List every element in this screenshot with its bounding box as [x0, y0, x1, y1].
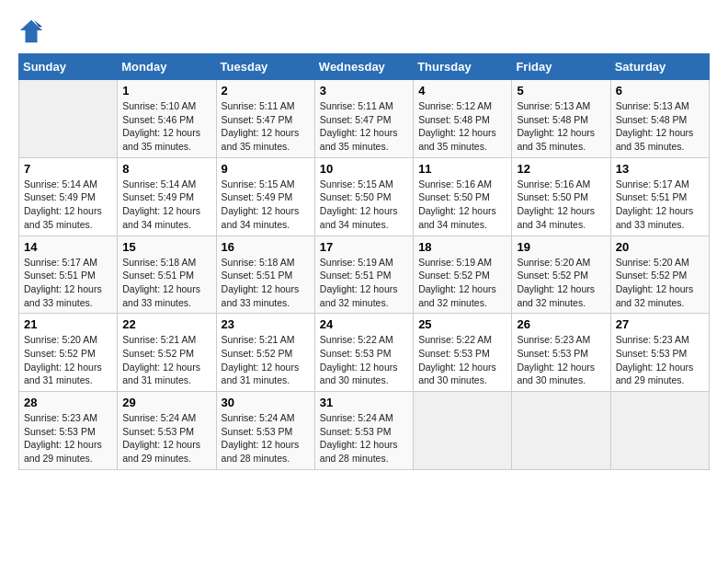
day-number: 18 — [418, 240, 506, 254]
day-number: 2 — [222, 84, 310, 98]
day-number: 27 — [616, 317, 704, 331]
calendar-cell: 2 Sunrise: 5:11 AMSunset: 5:47 PMDayligh… — [216, 80, 314, 158]
day-number: 24 — [320, 317, 408, 331]
day-info: Sunrise: 5:24 AMSunset: 5:53 PMDaylight:… — [320, 412, 398, 464]
day-number: 9 — [222, 162, 310, 176]
calendar-cell: 29 Sunrise: 5:24 AMSunset: 5:53 PMDaylig… — [118, 392, 216, 470]
day-number: 10 — [320, 162, 408, 176]
calendar-cell — [610, 392, 709, 470]
header-thursday: Thursday — [414, 54, 512, 80]
calendar-week-row: 21 Sunrise: 5:20 AMSunset: 5:52 PMDaylig… — [19, 314, 710, 392]
calendar-cell: 23 Sunrise: 5:21 AMSunset: 5:52 PMDaylig… — [216, 314, 314, 392]
day-info: Sunrise: 5:22 AMSunset: 5:53 PMDaylight:… — [418, 334, 496, 385]
calendar-cell: 25 Sunrise: 5:22 AMSunset: 5:53 PMDaylig… — [414, 314, 512, 392]
day-number: 12 — [517, 162, 605, 176]
day-info: Sunrise: 5:16 AMSunset: 5:50 PMDaylight:… — [418, 178, 496, 230]
day-info: Sunrise: 5:15 AMSunset: 5:50 PMDaylight:… — [320, 178, 398, 230]
day-number: 30 — [222, 396, 310, 409]
calendar-cell: 4 Sunrise: 5:12 AMSunset: 5:48 PMDayligh… — [414, 80, 512, 158]
day-number: 19 — [517, 240, 605, 254]
calendar-week-row: 14 Sunrise: 5:17 AMSunset: 5:51 PMDaylig… — [19, 236, 710, 314]
header-friday: Friday — [512, 54, 610, 80]
day-number: 25 — [418, 317, 506, 331]
calendar-cell: 10 Sunrise: 5:15 AMSunset: 5:50 PMDaylig… — [314, 157, 413, 236]
calendar-cell: 19 Sunrise: 5:20 AMSunset: 5:52 PMDaylig… — [512, 236, 610, 314]
day-number: 20 — [616, 240, 704, 254]
day-info: Sunrise: 5:20 AMSunset: 5:52 PMDaylight:… — [24, 334, 102, 385]
header-saturday: Saturday — [610, 54, 709, 80]
calendar-cell: 16 Sunrise: 5:18 AMSunset: 5:51 PMDaylig… — [216, 236, 314, 314]
day-number: 3 — [320, 84, 408, 98]
calendar-cell: 20 Sunrise: 5:20 AMSunset: 5:52 PMDaylig… — [610, 236, 709, 314]
day-info: Sunrise: 5:18 AMSunset: 5:51 PMDaylight:… — [222, 257, 300, 308]
day-number: 14 — [24, 240, 112, 254]
day-info: Sunrise: 5:17 AMSunset: 5:51 PMDaylight:… — [616, 178, 694, 230]
calendar-cell: 12 Sunrise: 5:16 AMSunset: 5:50 PMDaylig… — [512, 157, 610, 236]
calendar-cell: 31 Sunrise: 5:24 AMSunset: 5:53 PMDaylig… — [314, 392, 413, 470]
calendar-week-row: 1 Sunrise: 5:10 AMSunset: 5:46 PMDayligh… — [19, 80, 710, 158]
day-number: 4 — [418, 84, 506, 98]
day-number: 17 — [320, 240, 408, 254]
day-info: Sunrise: 5:14 AMSunset: 5:49 PMDaylight:… — [122, 178, 200, 230]
day-number: 1 — [122, 84, 210, 98]
calendar-cell: 28 Sunrise: 5:23 AMSunset: 5:53 PMDaylig… — [19, 392, 118, 470]
day-number: 22 — [122, 317, 210, 331]
day-info: Sunrise: 5:21 AMSunset: 5:52 PMDaylight:… — [122, 334, 200, 385]
calendar-cell: 7 Sunrise: 5:14 AMSunset: 5:49 PMDayligh… — [19, 157, 118, 236]
day-info: Sunrise: 5:15 AMSunset: 5:49 PMDaylight:… — [222, 178, 300, 230]
calendar-cell: 22 Sunrise: 5:21 AMSunset: 5:52 PMDaylig… — [118, 314, 216, 392]
header-tuesday: Tuesday — [216, 54, 314, 80]
day-info: Sunrise: 5:17 AMSunset: 5:51 PMDaylight:… — [24, 257, 102, 308]
calendar-cell: 14 Sunrise: 5:17 AMSunset: 5:51 PMDaylig… — [19, 236, 118, 314]
day-info: Sunrise: 5:19 AMSunset: 5:52 PMDaylight:… — [418, 257, 496, 308]
logo — [18, 18, 48, 44]
day-info: Sunrise: 5:23 AMSunset: 5:53 PMDaylight:… — [24, 412, 102, 464]
day-number: 13 — [616, 162, 704, 176]
calendar-cell: 24 Sunrise: 5:22 AMSunset: 5:53 PMDaylig… — [314, 314, 413, 392]
calendar-cell: 17 Sunrise: 5:19 AMSunset: 5:51 PMDaylig… — [314, 236, 413, 314]
day-info: Sunrise: 5:18 AMSunset: 5:51 PMDaylight:… — [122, 257, 200, 308]
day-info: Sunrise: 5:23 AMSunset: 5:53 PMDaylight:… — [517, 334, 595, 385]
day-info: Sunrise: 5:21 AMSunset: 5:52 PMDaylight:… — [222, 334, 300, 385]
day-info: Sunrise: 5:24 AMSunset: 5:53 PMDaylight:… — [222, 412, 300, 464]
day-info: Sunrise: 5:12 AMSunset: 5:48 PMDaylight:… — [418, 100, 496, 152]
day-info: Sunrise: 5:19 AMSunset: 5:51 PMDaylight:… — [320, 257, 398, 308]
calendar-cell — [19, 80, 118, 158]
day-info: Sunrise: 5:16 AMSunset: 5:50 PMDaylight:… — [517, 178, 595, 230]
day-info: Sunrise: 5:24 AMSunset: 5:53 PMDaylight:… — [122, 412, 200, 464]
calendar-cell: 18 Sunrise: 5:19 AMSunset: 5:52 PMDaylig… — [414, 236, 512, 314]
day-number: 15 — [122, 240, 210, 254]
day-info: Sunrise: 5:20 AMSunset: 5:52 PMDaylight:… — [616, 257, 694, 308]
day-number: 16 — [222, 240, 310, 254]
calendar-cell — [414, 392, 512, 470]
day-number: 5 — [517, 84, 605, 98]
day-number: 11 — [418, 162, 506, 176]
calendar-cell — [512, 392, 610, 470]
page-header — [18, 18, 710, 44]
day-info: Sunrise: 5:14 AMSunset: 5:49 PMDaylight:… — [24, 178, 102, 230]
day-number: 28 — [24, 396, 112, 409]
day-number: 7 — [24, 162, 112, 176]
day-info: Sunrise: 5:20 AMSunset: 5:52 PMDaylight:… — [517, 257, 595, 308]
day-number: 23 — [222, 317, 310, 331]
calendar-cell: 13 Sunrise: 5:17 AMSunset: 5:51 PMDaylig… — [610, 157, 709, 236]
calendar-table: SundayMondayTuesdayWednesdayThursdayFrid… — [18, 53, 710, 470]
header-wednesday: Wednesday — [314, 54, 413, 80]
header-sunday: Sunday — [19, 54, 118, 80]
header-monday: Monday — [118, 54, 216, 80]
day-number: 6 — [616, 84, 704, 98]
calendar-cell: 5 Sunrise: 5:13 AMSunset: 5:48 PMDayligh… — [512, 80, 610, 158]
day-info: Sunrise: 5:13 AMSunset: 5:48 PMDaylight:… — [517, 100, 595, 152]
logo-icon — [18, 18, 44, 44]
day-info: Sunrise: 5:10 AMSunset: 5:46 PMDaylight:… — [122, 100, 200, 152]
calendar-cell: 21 Sunrise: 5:20 AMSunset: 5:52 PMDaylig… — [19, 314, 118, 392]
day-info: Sunrise: 5:11 AMSunset: 5:47 PMDaylight:… — [222, 100, 300, 152]
calendar-cell: 30 Sunrise: 5:24 AMSunset: 5:53 PMDaylig… — [216, 392, 314, 470]
calendar-cell: 11 Sunrise: 5:16 AMSunset: 5:50 PMDaylig… — [414, 157, 512, 236]
calendar-cell: 6 Sunrise: 5:13 AMSunset: 5:48 PMDayligh… — [610, 80, 709, 158]
day-number: 26 — [517, 317, 605, 331]
calendar-cell: 26 Sunrise: 5:23 AMSunset: 5:53 PMDaylig… — [512, 314, 610, 392]
calendar-cell: 27 Sunrise: 5:23 AMSunset: 5:53 PMDaylig… — [610, 314, 709, 392]
day-number: 31 — [320, 396, 408, 409]
day-number: 8 — [122, 162, 210, 176]
